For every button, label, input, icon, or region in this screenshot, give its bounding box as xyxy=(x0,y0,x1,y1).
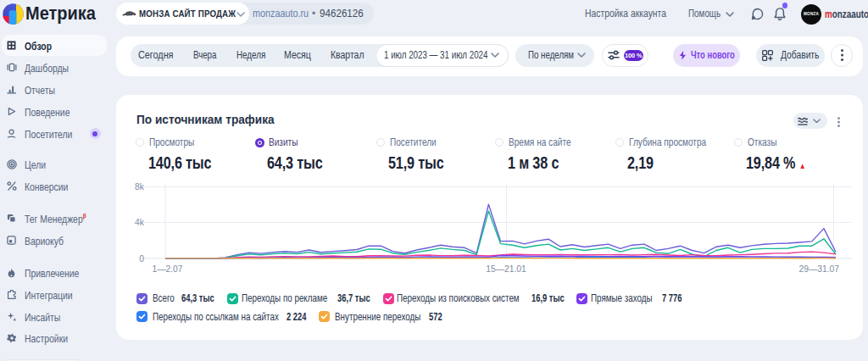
svg-text:4k: 4k xyxy=(135,218,145,227)
svg-text:1—2.07: 1—2.07 xyxy=(153,264,183,274)
svg-text:0: 0 xyxy=(139,254,144,264)
svg-text:15—21.01: 15—21.01 xyxy=(486,264,526,274)
svg-text:8k: 8k xyxy=(135,182,145,192)
svg-text:29—31.07: 29—31.07 xyxy=(798,264,839,274)
